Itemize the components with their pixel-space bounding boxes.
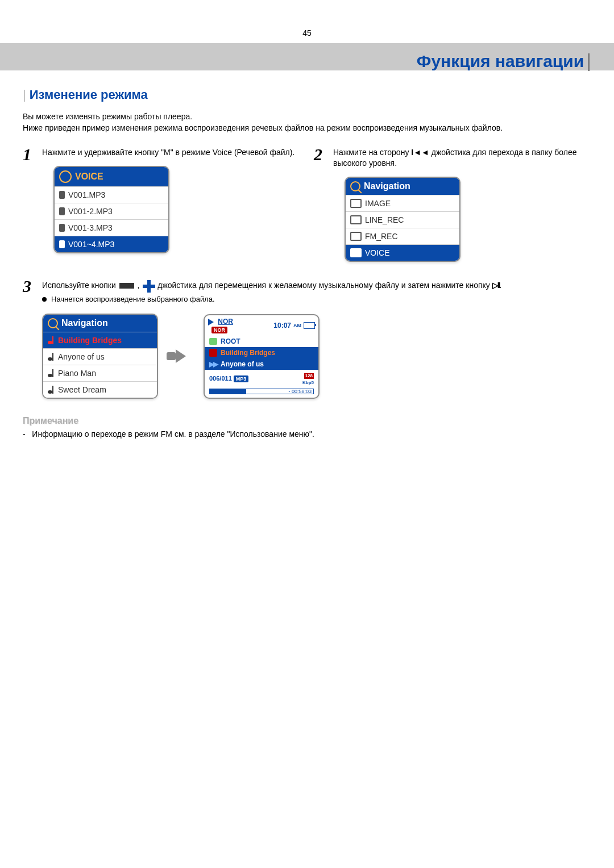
note-heading: Примечание bbox=[23, 416, 591, 426]
np-track-current[interactable]: Building Bridges bbox=[205, 347, 318, 358]
step-2: 2 Нажмите на сторону I◄◄ джойстика для п… bbox=[314, 147, 591, 262]
step-1: 1 Нажмите и удерживайте кнопку "M" в реж… bbox=[23, 147, 300, 262]
page-number: 45 bbox=[0, 0, 614, 43]
recording-icon bbox=[59, 191, 65, 199]
divider-bar: | bbox=[586, 49, 591, 71]
screen-now-playing: NOR NOR 10:07 AM ROOT bbox=[204, 314, 320, 399]
list-item-label: Building Bridges bbox=[58, 336, 152, 345]
step-3-screens: Navigation Building Bridges Anyone of us… bbox=[42, 314, 591, 399]
list-item-label: V001~4.MP3 bbox=[68, 240, 164, 249]
list-item[interactable]: IMAGE bbox=[346, 195, 459, 211]
np-time: 10:07 bbox=[273, 322, 291, 329]
music-album-icon bbox=[209, 349, 217, 357]
step-number: 1 bbox=[23, 146, 36, 262]
bitrate-unit: Kbp5 bbox=[302, 380, 314, 385]
folder-icon bbox=[350, 215, 362, 224]
list-item[interactable]: LINE_REC bbox=[346, 211, 459, 228]
text-part: Используйте кнопки bbox=[42, 281, 118, 290]
play-pause-icon: ▷II bbox=[492, 281, 500, 290]
screen-navigation-folders: Navigation IMAGE LINE_REC FM_REC bbox=[345, 177, 460, 262]
progress-bar[interactable]: - 00:58:03 bbox=[209, 389, 314, 394]
time-remaining: - 00:58:03 bbox=[288, 389, 312, 394]
list-item-selected[interactable]: VOICE bbox=[346, 244, 459, 261]
np-root-row: ROOT bbox=[205, 336, 318, 347]
arrow-right-icon bbox=[169, 349, 192, 364]
list-item-label: IMAGE bbox=[365, 199, 455, 208]
np-mode: NOR bbox=[218, 318, 233, 326]
codec-badge: MP3 bbox=[234, 375, 249, 382]
recording-icon bbox=[59, 224, 65, 232]
recording-icon bbox=[59, 207, 65, 215]
list-item[interactable]: V001-3.MP3 bbox=[55, 219, 168, 236]
list-item[interactable]: Sweet Dream bbox=[43, 381, 157, 398]
music-note-icon bbox=[48, 353, 55, 361]
play-icon bbox=[208, 319, 214, 326]
list-item-selected[interactable]: V001~4.MP3 bbox=[55, 236, 168, 252]
folder-icon bbox=[350, 199, 362, 208]
list-item-label: VOICE bbox=[365, 248, 455, 257]
prev-track-icon: I◄◄ bbox=[411, 148, 429, 157]
np-badge: NOR bbox=[211, 327, 227, 333]
list-item-label: V001-3.MP3 bbox=[68, 223, 164, 232]
divider-bar: | bbox=[23, 87, 26, 102]
page-title: Функция навигации| bbox=[417, 49, 591, 72]
progress-fill bbox=[210, 389, 246, 394]
list-item-label: Sweet Dream bbox=[58, 385, 152, 394]
screen-header-text: Navigation bbox=[364, 181, 410, 191]
next-track-icon: ▶▶ bbox=[209, 360, 217, 368]
plus-icon bbox=[143, 280, 154, 291]
screen-header: Navigation bbox=[43, 315, 157, 332]
np-info-bar: 006/011 MP3 128 Kbp5 bbox=[205, 370, 318, 389]
folder-icon bbox=[350, 248, 362, 257]
list-item[interactable]: FM_REC bbox=[346, 228, 459, 244]
intro-line1: Вы можете изменять режимы работы плеера. bbox=[23, 112, 192, 121]
np-track-next[interactable]: ▶▶ Anyone of us bbox=[205, 358, 318, 370]
recording-icon bbox=[59, 240, 65, 248]
music-note-icon bbox=[48, 369, 55, 377]
music-note-icon bbox=[48, 336, 55, 344]
text-part: . bbox=[499, 281, 501, 290]
step-1-text: Нажмите и удерживайте кнопку "M" в режим… bbox=[42, 147, 300, 158]
list-item-label: Piano Man bbox=[58, 369, 152, 378]
step-number: 3 bbox=[23, 278, 36, 399]
np-ampm: AM bbox=[293, 323, 301, 328]
np-clock: 10:07 AM bbox=[273, 322, 315, 329]
screen-header: VOICE bbox=[55, 167, 168, 186]
step-3-text: Используйте кнопки , джойстика для перем… bbox=[42, 279, 591, 291]
list-item[interactable]: Anyone of us bbox=[43, 348, 157, 365]
list-item-selected[interactable]: Building Bridges bbox=[43, 332, 157, 348]
bullet-icon bbox=[42, 297, 47, 302]
screen-navigation-music: Navigation Building Bridges Anyone of us… bbox=[42, 314, 158, 399]
list-item[interactable]: V001-2.MP3 bbox=[55, 203, 168, 219]
dash: - bbox=[23, 429, 32, 439]
list-item-label: Anyone of us bbox=[58, 352, 152, 361]
step-3-bullet: Начнется воспроизведение выбранного файл… bbox=[42, 295, 591, 303]
step-row-12: 1 Нажмите и удерживайте кнопку "M" в реж… bbox=[23, 147, 591, 262]
intro-line2: Ниже приведен пример изменения режима во… bbox=[23, 123, 503, 132]
list-item-label: V001.MP3 bbox=[68, 190, 164, 199]
minus-icon bbox=[119, 283, 134, 289]
battery-icon bbox=[304, 322, 315, 329]
step-number: 2 bbox=[314, 146, 327, 262]
section-heading: |Изменение режима bbox=[23, 87, 591, 102]
list-item-label: FM_REC bbox=[365, 232, 455, 241]
voice-icon bbox=[59, 170, 72, 183]
note-text: - Информацию о переходе в режим FM см. в… bbox=[23, 429, 591, 439]
content: |Изменение режима Вы можете изменять реж… bbox=[0, 70, 614, 461]
list-item[interactable]: V001.MP3 bbox=[55, 186, 168, 203]
text-part: , bbox=[135, 281, 142, 290]
screen-header-text: VOICE bbox=[75, 172, 103, 182]
intro-text: Вы можете изменять режимы работы плеера.… bbox=[23, 111, 591, 133]
section-heading-text: Изменение режима bbox=[30, 87, 148, 102]
folder-icon bbox=[350, 232, 362, 241]
search-icon bbox=[48, 318, 58, 328]
bullet-text: Начнется воспроизведение выбранного файл… bbox=[51, 295, 215, 303]
np-root-label: ROOT bbox=[221, 337, 240, 345]
title-banner: Функция навигации| bbox=[0, 43, 614, 70]
music-note-icon bbox=[48, 386, 55, 394]
bitrate-badge: 128 bbox=[304, 373, 314, 379]
np-status-bar: NOR NOR 10:07 AM bbox=[205, 315, 318, 336]
np-track-label: Anyone of us bbox=[221, 360, 264, 368]
list-item[interactable]: Piano Man bbox=[43, 365, 157, 381]
step-2-text: Нажмите на сторону I◄◄ джойстика для пер… bbox=[333, 147, 591, 169]
